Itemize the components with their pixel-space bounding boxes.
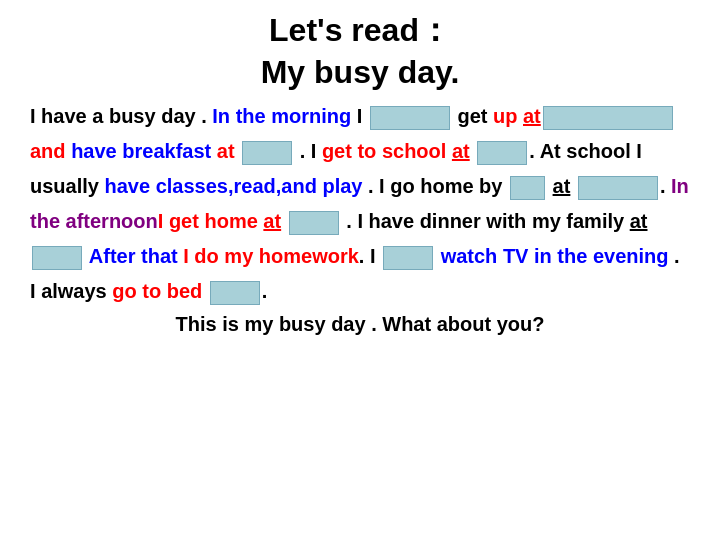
text-27: always bbox=[41, 280, 112, 302]
text-5: up at bbox=[493, 105, 541, 127]
text-21: After that bbox=[84, 245, 178, 267]
text-3: I bbox=[351, 105, 368, 127]
text-16: . bbox=[660, 175, 671, 197]
last-line: This is my busy day . What about you? bbox=[20, 313, 700, 336]
text-13: classes,read,and play bbox=[156, 175, 363, 197]
title-line2: My busy day. bbox=[20, 52, 700, 94]
text-18: I get home at bbox=[158, 210, 287, 232]
blank-7[interactable] bbox=[289, 211, 339, 235]
blank-4[interactable] bbox=[477, 141, 527, 165]
blank-3[interactable] bbox=[242, 141, 292, 165]
blank-6[interactable] bbox=[578, 176, 658, 200]
blank-5[interactable] bbox=[510, 176, 545, 200]
text-12: have bbox=[104, 175, 155, 197]
text-24: . I bbox=[359, 245, 381, 267]
text-23: homework bbox=[259, 245, 359, 267]
text-7: have breakfast bbox=[71, 140, 211, 162]
text-25: watch TV in the evening bbox=[435, 245, 668, 267]
text-8: at bbox=[211, 140, 240, 162]
text-14: . I go home by bbox=[362, 175, 508, 197]
text-22: I do my bbox=[178, 245, 259, 267]
text-19: . I have dinner bbox=[341, 210, 487, 232]
text-30: . bbox=[262, 280, 268, 302]
text-28: go to bed bbox=[112, 280, 202, 302]
text-29 bbox=[202, 280, 208, 302]
text-9: . I bbox=[294, 140, 322, 162]
text-2: In the morning bbox=[212, 105, 351, 127]
blank-10[interactable] bbox=[210, 281, 260, 305]
text-20: with my family at bbox=[486, 210, 647, 232]
text-1: I have a busy day . bbox=[30, 105, 212, 127]
blank-9[interactable] bbox=[383, 246, 433, 270]
blank-2[interactable] bbox=[543, 106, 673, 130]
blank-8[interactable] bbox=[32, 246, 82, 270]
text-4: get bbox=[452, 105, 493, 127]
text-6: and bbox=[30, 140, 71, 162]
main-text: I have a busy day . In the morning I get… bbox=[20, 99, 700, 309]
page: Let's read： My busy day. I have a busy d… bbox=[0, 0, 720, 540]
blank-1[interactable] bbox=[370, 106, 450, 130]
text-10: get to school at bbox=[322, 140, 475, 162]
text-15: at bbox=[547, 175, 576, 197]
title-line1: Let's read： bbox=[20, 10, 700, 52]
page-title: Let's read： My busy day. bbox=[20, 10, 700, 93]
